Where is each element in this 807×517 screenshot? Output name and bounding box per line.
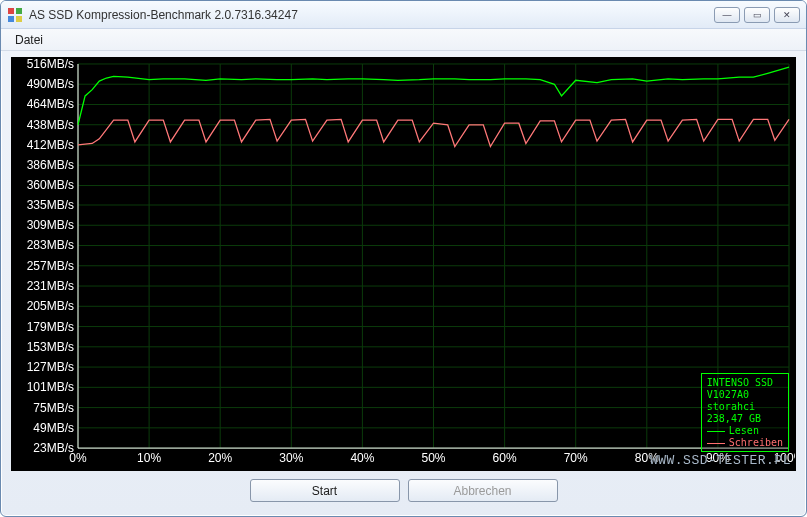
app-icon [7, 7, 23, 23]
legend-read-swatch [707, 431, 725, 432]
minimize-button[interactable]: — [714, 7, 740, 23]
button-row: Start Abbrechen [11, 471, 796, 502]
watermark: WWW.SSD-TESTER.PL [650, 453, 791, 468]
svg-text:438MB/s: 438MB/s [27, 118, 74, 132]
svg-text:412MB/s: 412MB/s [27, 138, 74, 152]
svg-text:360MB/s: 360MB/s [27, 179, 74, 193]
svg-text:516MB/s: 516MB/s [27, 58, 74, 71]
svg-text:309MB/s: 309MB/s [27, 218, 74, 232]
svg-text:70%: 70% [564, 451, 588, 465]
svg-text:257MB/s: 257MB/s [27, 259, 74, 273]
svg-text:283MB/s: 283MB/s [27, 239, 74, 253]
svg-text:10%: 10% [137, 451, 161, 465]
chart: 516MB/s490MB/s464MB/s438MB/s412MB/s386MB… [11, 57, 796, 471]
titlebar: AS SSD Kompression-Benchmark 2.0.7316.34… [1, 1, 806, 29]
device-name: INTENSO SSD [707, 377, 783, 389]
svg-text:153MB/s: 153MB/s [27, 340, 74, 354]
legend-write: Schreiben [707, 437, 783, 449]
legend-read-label: Lesen [729, 425, 759, 437]
svg-text:49MB/s: 49MB/s [33, 421, 74, 435]
device-info-box: INTENSO SSD V1027A0 storahci 238,47 GB L… [701, 373, 789, 452]
device-capacity: 238,47 GB [707, 413, 783, 425]
svg-text:490MB/s: 490MB/s [27, 77, 74, 91]
chart-svg: 516MB/s490MB/s464MB/s438MB/s412MB/s386MB… [12, 58, 795, 470]
window-title: AS SSD Kompression-Benchmark 2.0.7316.34… [29, 8, 714, 22]
svg-rect-2 [8, 16, 14, 22]
svg-text:179MB/s: 179MB/s [27, 320, 74, 334]
svg-text:386MB/s: 386MB/s [27, 158, 74, 172]
svg-text:127MB/s: 127MB/s [27, 360, 74, 374]
svg-text:75MB/s: 75MB/s [33, 401, 74, 415]
window-controls: — ▭ ✕ [714, 7, 800, 23]
svg-text:335MB/s: 335MB/s [27, 198, 74, 212]
svg-rect-1 [16, 8, 22, 14]
legend-write-swatch [707, 443, 725, 444]
svg-text:30%: 30% [279, 451, 303, 465]
svg-text:40%: 40% [350, 451, 374, 465]
svg-rect-0 [8, 8, 14, 14]
menubar: Datei [1, 29, 806, 51]
svg-rect-3 [16, 16, 22, 22]
svg-text:0%: 0% [69, 451, 87, 465]
app-window: AS SSD Kompression-Benchmark 2.0.7316.34… [0, 0, 807, 517]
device-driver: storahci [707, 401, 783, 413]
legend-write-label: Schreiben [729, 437, 783, 449]
start-button[interactable]: Start [250, 479, 400, 502]
close-button[interactable]: ✕ [774, 7, 800, 23]
device-firmware: V1027A0 [707, 389, 783, 401]
svg-text:101MB/s: 101MB/s [27, 380, 74, 394]
svg-text:231MB/s: 231MB/s [27, 279, 74, 293]
svg-text:23MB/s: 23MB/s [33, 441, 74, 455]
legend-read: Lesen [707, 425, 783, 437]
menu-file[interactable]: Datei [9, 31, 49, 49]
svg-text:464MB/s: 464MB/s [27, 97, 74, 111]
cancel-button: Abbrechen [408, 479, 558, 502]
content-area: 516MB/s490MB/s464MB/s438MB/s412MB/s386MB… [1, 51, 806, 512]
maximize-button[interactable]: ▭ [744, 7, 770, 23]
svg-text:205MB/s: 205MB/s [27, 299, 74, 313]
svg-text:50%: 50% [421, 451, 445, 465]
svg-text:20%: 20% [208, 451, 232, 465]
svg-text:60%: 60% [493, 451, 517, 465]
